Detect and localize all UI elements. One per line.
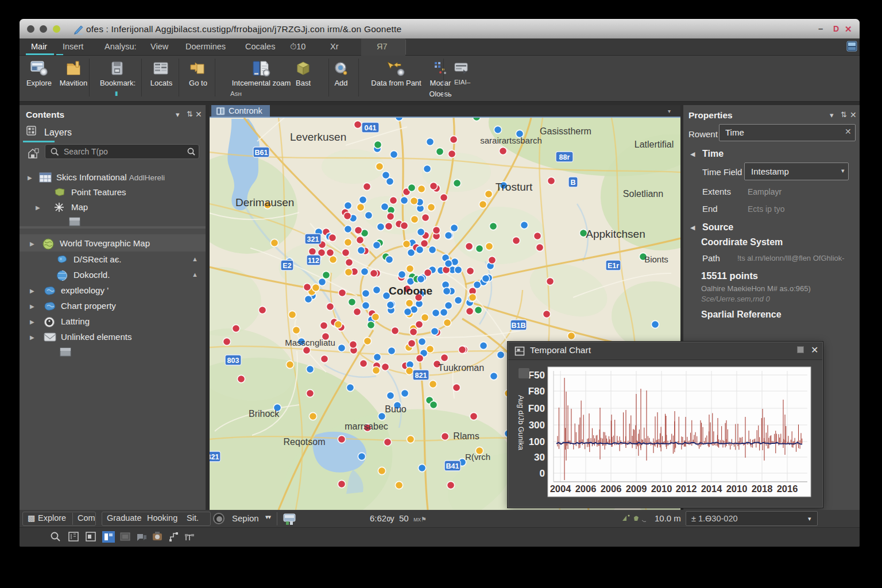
svg-text:88r: 88r xyxy=(559,153,570,161)
svg-text:2018: 2018 xyxy=(752,483,773,494)
svg-text:Aug d/Jb Gunika: Aug d/Jb Gunika xyxy=(517,395,525,451)
svg-text:Bionts: Bionts xyxy=(644,254,668,264)
svg-text:Masscngliatu: Masscngliatu xyxy=(285,338,335,347)
svg-text:Gasisstherm: Gasisstherm xyxy=(540,126,591,136)
svg-text:2009: 2009 xyxy=(626,483,647,494)
svg-text:Appkitchsen: Appkitchsen xyxy=(586,228,645,240)
svg-text:B61: B61 xyxy=(255,149,268,157)
svg-text:Coloone: Coloone xyxy=(389,285,432,297)
svg-text:30: 30 xyxy=(534,452,545,463)
svg-text:0: 0 xyxy=(540,468,545,479)
svg-text:B: B xyxy=(570,179,575,187)
svg-text:Rlams: Rlams xyxy=(453,431,479,441)
svg-text:Soletliann: Soletliann xyxy=(623,189,663,199)
svg-text:marrsabec: marrsabec xyxy=(345,421,388,431)
svg-text:E1r: E1r xyxy=(608,262,619,270)
svg-text:B1B: B1B xyxy=(511,322,525,330)
svg-text:B41: B41 xyxy=(446,462,459,470)
svg-text:F00: F00 xyxy=(528,403,545,414)
svg-text:Brihock: Brihock xyxy=(249,409,280,419)
svg-text:Derimausen: Derimausen xyxy=(235,196,294,208)
svg-text:321: 321 xyxy=(307,235,319,243)
svg-text:F50: F50 xyxy=(528,370,545,381)
svg-text:041: 041 xyxy=(365,124,377,132)
svg-text:803: 803 xyxy=(227,357,239,365)
svg-text:B21: B21 xyxy=(210,453,219,461)
svg-text:112: 112 xyxy=(308,257,319,265)
svg-text:Buuo: Buuo xyxy=(385,404,406,414)
svg-text:821: 821 xyxy=(415,372,427,380)
svg-text:2006: 2006 xyxy=(601,483,622,494)
svg-text:Tuukroman: Tuukroman xyxy=(438,363,484,373)
svg-text:E2: E2 xyxy=(283,262,291,270)
svg-text:Trosturt: Trosturt xyxy=(496,181,533,193)
svg-text:R(vrch: R(vrch xyxy=(465,452,490,462)
svg-text:F80: F80 xyxy=(528,386,545,397)
svg-text:2010: 2010 xyxy=(651,483,672,494)
svg-text:100: 100 xyxy=(529,436,545,447)
svg-text:2016: 2016 xyxy=(777,483,798,494)
svg-text:2004: 2004 xyxy=(550,483,572,494)
svg-text:2010: 2010 xyxy=(726,483,748,494)
svg-text:300: 300 xyxy=(529,420,545,431)
svg-text:Leverkusen: Leverkusen xyxy=(290,131,346,143)
svg-text:2012: 2012 xyxy=(676,483,697,494)
svg-text:sarairartssbarch: sarairartssbarch xyxy=(480,136,542,145)
svg-text:Latlertifial: Latlertifial xyxy=(635,140,674,149)
svg-text:Reqotsom: Reqotsom xyxy=(284,437,326,447)
svg-text:2014: 2014 xyxy=(701,483,723,494)
svg-text:2006: 2006 xyxy=(575,483,597,494)
